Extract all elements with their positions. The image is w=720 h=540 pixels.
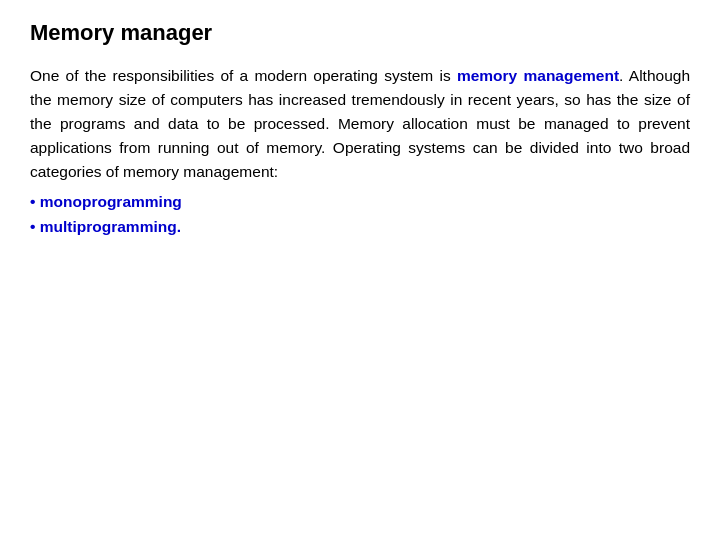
list-item-monoprogramming: monoprogramming	[30, 190, 690, 215]
page-container: Memory manager One of the responsibiliti…	[0, 0, 720, 540]
page-title: Memory manager	[30, 20, 690, 46]
list-item-multiprogramming: multiprogramming.	[30, 215, 690, 240]
content-body: One of the responsibilities of a modern …	[30, 64, 690, 240]
highlight-memory-management: memory management	[457, 67, 619, 84]
main-paragraph: One of the responsibilities of a modern …	[30, 64, 690, 184]
paragraph-part1: One of the responsibilities of a modern …	[30, 67, 457, 84]
bullet-list: monoprogramming multiprogramming.	[30, 190, 690, 240]
